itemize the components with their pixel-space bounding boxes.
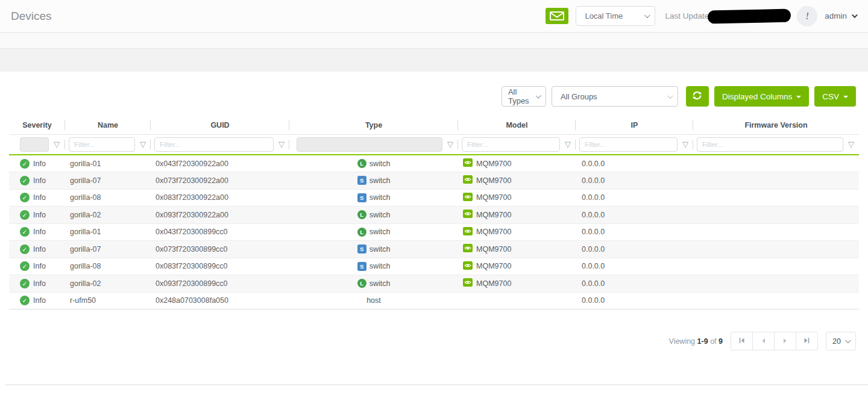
all-groups-select[interactable]: All Groups [552, 86, 678, 107]
type-cell: host [289, 292, 458, 309]
device-row[interactable]: ✓ Info gorilla-08 0x083f720300899cc0 S s… [9, 258, 859, 275]
username: admin [825, 11, 847, 20]
filter-funnel-icon[interactable]: ▽ [140, 140, 146, 148]
filter-funnel-icon[interactable]: ▽ [278, 140, 285, 148]
all-types-select[interactable]: All Types [502, 86, 546, 107]
last-page-button[interactable] [796, 332, 818, 350]
model-label: MQM9700 [476, 193, 511, 202]
severity-cell: ✓ Info [9, 223, 65, 241]
table-header-row: Severity Name GUID Type Model IP Firmwar… [9, 116, 859, 134]
name-cell: gorilla-07 [65, 172, 151, 190]
severity-label: Info [33, 245, 46, 253]
previous-page-icon [761, 337, 766, 346]
guid-cell: 0x248a0703008fa050 [151, 292, 289, 309]
device-row[interactable]: ✓ Info gorilla-07 0x073f720300922a00 S s… [9, 172, 859, 190]
model-cell: MQM9700 [458, 241, 576, 258]
type-filter-select[interactable] [297, 137, 442, 152]
device-row[interactable]: ✓ Info gorilla-08 0x083f720300922a00 S s… [9, 189, 859, 207]
next-page-button[interactable] [774, 332, 796, 350]
severity-filter-select[interactable] [20, 137, 49, 152]
device-row[interactable]: ✓ Info gorilla-02 0x093f720300922a00 L s… [9, 207, 859, 224]
filter-funnel-icon[interactable]: ▽ [848, 140, 854, 148]
ip-filter-input[interactable] [579, 137, 678, 152]
severity-cell: ✓ Info [9, 292, 65, 309]
column-header-severity[interactable]: Severity [9, 116, 65, 134]
nvidia-logo-icon [463, 193, 473, 203]
device-row[interactable]: ✓ Info gorilla-01 0x043f720300899cc0 L s… [9, 223, 859, 241]
bottom-divider [5, 384, 868, 385]
column-header-name[interactable]: Name [65, 116, 151, 134]
ip-cell: 0.0.0.0 [576, 189, 693, 207]
column-header-firmware[interactable]: Firmware Version [693, 116, 859, 134]
viewing-total: 9 [719, 337, 723, 346]
devices-table: Severity Name GUID Type Model IP Firmwar… [9, 116, 859, 309]
filter-funnel-icon[interactable]: ▽ [682, 140, 688, 148]
column-header-model[interactable]: Model [458, 116, 576, 134]
guid-filter-input[interactable] [154, 137, 274, 152]
first-page-button[interactable] [731, 332, 753, 350]
envelope-icon [546, 8, 568, 24]
severity-cell: ✓ Info [9, 189, 65, 207]
firmware-cell [693, 189, 859, 207]
ip-cell: 0.0.0.0 [576, 258, 693, 275]
table-toolbar: All Types All Groups Displayed Columns C… [0, 86, 868, 107]
device-row[interactable]: ✓ Info gorilla-07 0x073f720300899cc0 S s… [9, 241, 859, 258]
type-cell: L switch [289, 223, 458, 241]
name-cell: gorilla-08 [65, 258, 151, 275]
severity-info-icon: ✓ [20, 159, 30, 169]
severity-label: Info [33, 211, 46, 219]
viewing-summary: Viewing 1-9 of 9 [669, 337, 723, 346]
firmware-cell [693, 172, 859, 190]
csv-button[interactable]: CSV [814, 86, 856, 107]
device-row[interactable]: ✓ Info r-ufm50 0x248a0703008fa050 host 0… [9, 292, 859, 309]
firmware-filter-input[interactable] [697, 137, 843, 152]
filter-funnel-icon[interactable]: ▽ [447, 140, 453, 148]
page-size-select[interactable]: 20 [826, 332, 856, 350]
chevron-down-icon [667, 93, 673, 99]
all-groups-value: All Groups [561, 92, 597, 101]
type-badge-icon: S [357, 244, 366, 253]
type-label: switch [370, 262, 391, 270]
refresh-button[interactable] [686, 86, 709, 107]
model-cell: MQM9700 [458, 189, 576, 207]
severity-info-icon: ✓ [20, 279, 30, 288]
severity-info-icon: ✓ [20, 261, 30, 271]
type-cell: S switch [289, 241, 458, 258]
firmware-cell [693, 155, 859, 172]
caret-down-icon [843, 96, 848, 98]
model-label: MQM9700 [476, 211, 511, 219]
name-cell: gorilla-02 [65, 207, 151, 224]
first-page-icon [738, 337, 745, 346]
displayed-columns-button[interactable]: Displayed Columns [714, 86, 809, 107]
help-button[interactable]: ! [797, 6, 817, 26]
ip-cell: 0.0.0.0 [576, 172, 693, 190]
type-label: switch [370, 228, 391, 236]
user-menu[interactable]: admin [825, 11, 856, 20]
time-mode-select[interactable]: Local Time [576, 6, 655, 26]
type-cell: S switch [289, 172, 458, 190]
last-update-label: Last Update [665, 11, 709, 20]
severity-info-icon: ✓ [20, 227, 30, 237]
severity-info-icon: ✓ [20, 296, 30, 305]
nvidia-logo-icon [463, 278, 473, 288]
severity-label: Info [33, 296, 46, 305]
name-filter-input[interactable] [69, 137, 135, 152]
column-header-guid[interactable]: GUID [151, 116, 289, 134]
chevron-down-icon [852, 12, 858, 18]
guid-cell: 0x083f720300899cc0 [151, 258, 289, 275]
ip-cell: 0.0.0.0 [576, 155, 693, 172]
column-header-type[interactable]: Type [289, 116, 458, 134]
name-cell: gorilla-02 [65, 275, 151, 293]
filter-funnel-icon[interactable]: ▽ [565, 140, 571, 148]
filter-funnel-icon[interactable]: ▽ [54, 140, 60, 148]
model-filter-input[interactable] [462, 137, 560, 152]
column-header-ip[interactable]: IP [576, 116, 693, 134]
secondary-bar [0, 33, 868, 48]
previous-page-button[interactable] [752, 332, 775, 350]
model-cell: MQM9700 [458, 172, 576, 190]
caret-down-icon [796, 96, 801, 98]
device-row[interactable]: ✓ Info gorilla-02 0x093f720300899cc0 L s… [9, 275, 859, 293]
device-row[interactable]: ✓ Info gorilla-01 0x043f720300922a00 L s… [9, 155, 859, 172]
severity-cell: ✓ Info [9, 275, 65, 293]
mail-button[interactable] [546, 8, 568, 24]
